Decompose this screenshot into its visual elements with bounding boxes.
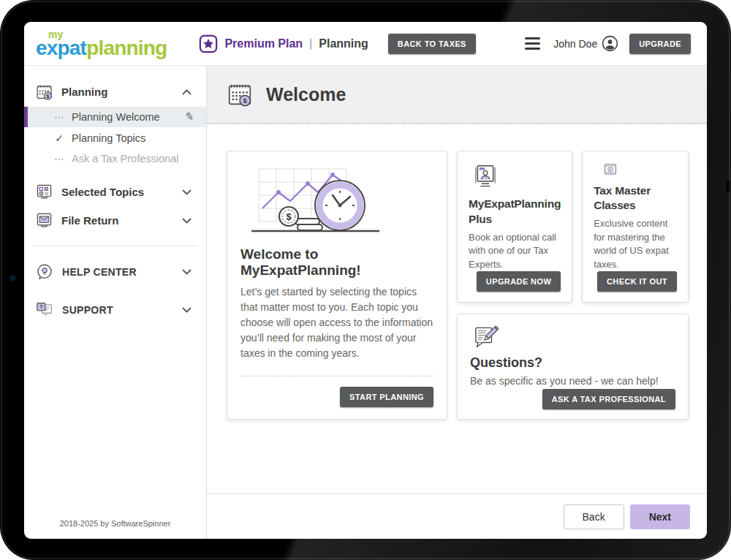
sidebar: $ Planning ⋯ Planning Welcome ✎ ✓ Planni…	[24, 66, 207, 539]
user-menu[interactable]: John Doe	[553, 35, 618, 52]
power-button	[727, 181, 730, 192]
tree-item-label: Planning Topics	[72, 132, 145, 144]
sidebar-item-file-return[interactable]: File Return	[24, 206, 206, 235]
support-question-icon: ?	[35, 300, 54, 319]
wizard-footer: Back Next	[207, 493, 707, 539]
sidebar-item-support[interactable]: ? SUPPORT	[24, 295, 206, 325]
plus-card-title: MyExpatPlanning Plus	[469, 197, 561, 226]
video-classes-icon	[594, 162, 627, 177]
plan-name: Premium Plan	[224, 37, 303, 50]
ask-question-icon	[470, 324, 501, 351]
check-icon: ✓	[53, 132, 65, 144]
sidebar-item-planning-topics[interactable]: ✓ Planning Topics	[24, 129, 206, 148]
file-return-icon	[35, 211, 53, 230]
sidebar-item-planning-welcome[interactable]: ⋯ Planning Welcome ✎	[24, 107, 206, 127]
chevron-down-icon	[182, 307, 192, 313]
welcome-card-footer: START PLANNING	[240, 376, 433, 407]
app-window: myexpatplanning Premium Plan | Planning …	[24, 22, 707, 539]
edit-pencil-icon: ✎	[184, 110, 196, 124]
main-panel: $ Welcome	[207, 66, 707, 539]
sidebar-item-ask-tax-professional[interactable]: ⋯ Ask a Tax Professional	[24, 149, 206, 168]
header-right: John Doe UPGRADE	[523, 34, 691, 54]
tree-item-label: Ask a Tax Professional	[72, 153, 178, 164]
sidebar-item-planning[interactable]: $ Planning	[24, 77, 206, 106]
sidebar-item-label: File Return	[61, 214, 118, 227]
sidebar-item-help-center[interactable]: HELP CENTER	[24, 257, 206, 287]
page-title: Welcome	[266, 84, 346, 105]
chevron-down-icon	[182, 189, 192, 195]
sidebar-item-label: HELP CENTER	[62, 266, 137, 278]
master-classes-body: Exclusive content for mastering the worl…	[594, 217, 677, 271]
help-bulb-icon	[35, 262, 54, 281]
sidebar-divider	[33, 246, 197, 246]
breadcrumb-separator: |	[309, 37, 312, 50]
questions-card: Questions? Be as specific as you need - …	[457, 314, 689, 420]
chevron-up-icon	[182, 89, 192, 95]
copyright: 2018-2025 by SoftwareSpinner	[24, 507, 206, 539]
calendar-dollar-icon: $	[226, 80, 254, 108]
user-name: John Doe	[553, 38, 597, 50]
plan-breadcrumb: Premium Plan | Planning BACK TO TAXES	[199, 34, 475, 54]
plus-card-body: Book an optional call with one of our Ta…	[469, 231, 561, 271]
sidebar-item-selected-topics[interactable]: Selected Topics	[24, 178, 206, 206]
svg-text:$: $	[286, 211, 292, 222]
start-planning-button[interactable]: START PLANNING	[340, 387, 433, 407]
ask-tax-professional-button[interactable]: ASK A TAX PROFESSIONAL	[542, 389, 675, 409]
back-to-taxes-button[interactable]: BACK TO TAXES	[388, 34, 476, 54]
topics-grid-icon	[35, 183, 53, 201]
chevron-down-icon	[182, 269, 192, 275]
ellipsis-icon: ⋯	[53, 111, 65, 123]
app-header: myexpatplanning Premium Plan | Planning …	[24, 22, 707, 66]
front-camera	[10, 275, 16, 281]
next-button[interactable]: Next	[630, 504, 690, 529]
user-avatar-icon	[602, 35, 618, 52]
plus-card: MyExpatPlanning Plus Book an optional ca…	[457, 151, 572, 303]
upgrade-now-button[interactable]: UPGRADE NOW	[477, 271, 561, 292]
sidebar-item-label: SUPPORT	[62, 304, 113, 316]
planning-illustration: $	[240, 163, 387, 236]
promo-column: MyExpatPlanning Plus Book an optional ca…	[457, 151, 689, 420]
logo-my: my	[48, 29, 63, 39]
tablet-frame: myexpatplanning Premium Plan | Planning …	[0, 0, 731, 560]
premium-star-icon	[199, 34, 218, 53]
upgrade-button[interactable]: UPGRADE	[629, 34, 691, 54]
master-classes-title: Tax Master Classes	[594, 183, 677, 213]
calendar-dollar-icon: $	[35, 83, 53, 101]
app-logo[interactable]: myexpatplanning	[36, 29, 167, 58]
back-button[interactable]: Back	[564, 504, 624, 529]
welcome-card-title: Welcome to MyExpatPlanning!	[240, 246, 433, 279]
svg-text:?: ?	[39, 303, 43, 310]
svg-text:$: $	[243, 97, 247, 105]
tree-item-label: Planning Welcome	[72, 111, 160, 123]
welcome-card: $ Welcome to MyExpatPlanning	[227, 151, 447, 420]
video-call-icon	[469, 162, 502, 190]
chevron-down-icon	[182, 218, 192, 224]
svg-text:$: $	[47, 94, 50, 99]
questions-card-body: Be as specific as you need - we can help…	[470, 374, 675, 389]
check-it-out-button[interactable]: CHECK IT OUT	[597, 271, 677, 292]
questions-card-title: Questions?	[470, 355, 675, 371]
menu-icon[interactable]	[523, 35, 542, 52]
master-classes-card: Tax Master Classes Exclusive content for…	[582, 151, 689, 303]
ellipsis-icon: ⋯	[53, 153, 65, 164]
sidebar-item-label: Planning	[61, 86, 107, 98]
logo-planning: planning	[86, 37, 167, 59]
current-section: Planning	[319, 37, 368, 50]
page-content: $ Welcome to MyExpatPlanning	[207, 124, 707, 493]
welcome-card-body: Let’s get started by selecting the topic…	[240, 284, 433, 361]
sidebar-item-label: Selected Topics	[61, 186, 144, 198]
page-header: $ Welcome	[207, 66, 707, 124]
